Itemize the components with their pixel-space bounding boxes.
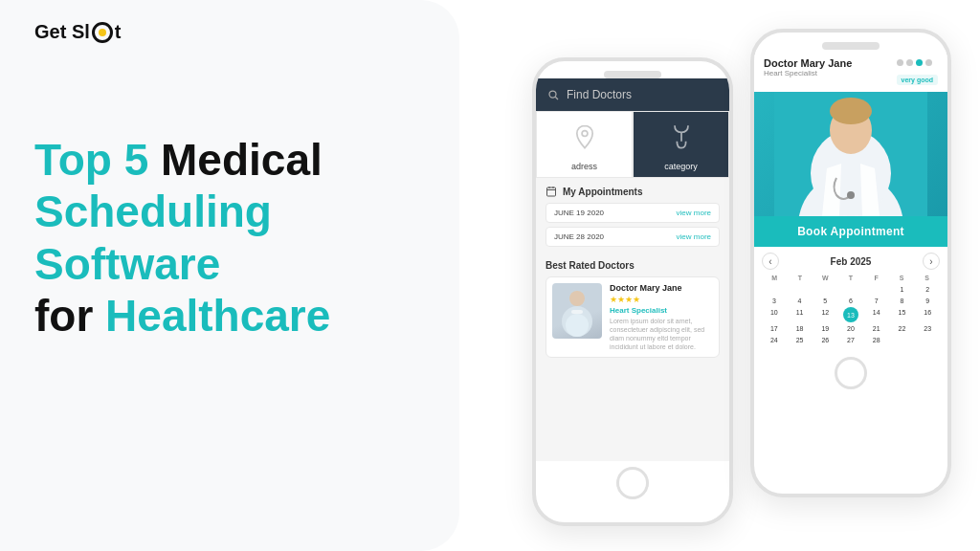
calendar-icon bbox=[546, 186, 557, 197]
logo-circle-inner bbox=[99, 29, 106, 36]
svg-point-9 bbox=[566, 314, 589, 337]
headline-for: for bbox=[34, 291, 105, 341]
search-text: Find Doctors bbox=[567, 88, 632, 101]
day-m: M bbox=[762, 275, 788, 281]
doctor-figure-svg bbox=[774, 92, 927, 216]
calendar-date bbox=[762, 284, 787, 295]
dot-3 bbox=[916, 59, 923, 66]
calendar-date[interactable]: 8 bbox=[890, 296, 915, 306]
doctor-stars: ★★★★ bbox=[610, 295, 713, 304]
logo-icon bbox=[92, 22, 113, 43]
calendar-month: Feb 2025 bbox=[831, 256, 872, 267]
book-appointment-button[interactable]: Book Appointment bbox=[754, 216, 947, 247]
calendar-date[interactable]: 1 bbox=[890, 284, 915, 295]
calendar-prev[interactable]: ‹ bbox=[762, 253, 779, 270]
appointments-section: My Appointments JUNE 19 2020 view more J… bbox=[536, 178, 729, 254]
day-t2: T bbox=[838, 275, 864, 281]
doctor-card[interactable]: Doctor Mary Jane ★★★★ Heart Specialist L… bbox=[546, 276, 720, 358]
appointments-header: My Appointments bbox=[546, 186, 720, 197]
calendar-date[interactable]: 20 bbox=[838, 323, 863, 334]
adress-icon bbox=[571, 123, 598, 156]
doctor-profile-header: Doctor Mary Jane Heart Specialist very g… bbox=[754, 50, 947, 92]
calendar-date bbox=[838, 284, 863, 295]
calendar-grid: M T W T F S S 12345678910111213141516171… bbox=[762, 275, 940, 345]
appt-date-1: JUNE 19 2020 bbox=[554, 209, 604, 217]
category-adress[interactable]: adress bbox=[536, 111, 633, 178]
svg-line-1 bbox=[555, 97, 558, 99]
dot-1 bbox=[897, 59, 903, 66]
svg-point-0 bbox=[549, 91, 556, 98]
calendar-date[interactable]: 16 bbox=[915, 307, 940, 322]
calendar-date[interactable]: 25 bbox=[788, 335, 813, 345]
calendar-date[interactable]: 27 bbox=[838, 335, 863, 345]
appointment-row-2[interactable]: JUNE 28 2020 view more bbox=[546, 227, 720, 247]
calendar-date[interactable]: 18 bbox=[788, 323, 813, 334]
day-s2: S bbox=[914, 275, 940, 281]
headline: Top 5 Medical Scheduling Software for He… bbox=[34, 134, 436, 342]
calendar-days-header: M T W T F S S bbox=[762, 275, 940, 281]
phone-1-notch bbox=[604, 71, 661, 78]
calendar-date[interactable]: 4 bbox=[788, 296, 813, 306]
logo-circle bbox=[92, 22, 113, 43]
calendar-date[interactable]: 2 bbox=[915, 284, 940, 295]
calendar-date[interactable]: 28 bbox=[864, 335, 889, 345]
phone-2-screen: Doctor Mary Jane Heart Specialist very g… bbox=[754, 50, 947, 351]
day-w: W bbox=[813, 275, 838, 281]
calendar-date[interactable]: 23 bbox=[915, 323, 940, 334]
logo-text-t: t bbox=[115, 21, 122, 43]
calendar-date[interactable]: 21 bbox=[864, 323, 889, 334]
appointments-title: My Appointments bbox=[563, 187, 643, 197]
calendar-date[interactable]: 19 bbox=[813, 323, 837, 334]
phone-1: Find Doctors adress bbox=[532, 57, 733, 526]
headline-healthcare: Healthcare bbox=[105, 291, 330, 341]
day-s1: S bbox=[889, 275, 915, 281]
calendar-date[interactable]: 3 bbox=[762, 296, 787, 306]
calendar-header: ‹ Feb 2025 › bbox=[762, 253, 940, 270]
doctor-profile-name: Doctor Mary Jane bbox=[764, 57, 852, 69]
calendar-next[interactable]: › bbox=[923, 253, 940, 270]
headline-scheduling: Scheduling Software bbox=[34, 187, 272, 288]
doctor-profile-dots bbox=[897, 59, 938, 66]
calendar-date bbox=[788, 284, 813, 295]
left-content: Top 5 Medical Scheduling Software for He… bbox=[34, 134, 436, 342]
calendar-date bbox=[915, 335, 940, 345]
phone-2-home-button[interactable] bbox=[835, 357, 867, 389]
doctor-photo-inner bbox=[552, 283, 602, 339]
search-icon bbox=[547, 89, 559, 100]
dot-4 bbox=[925, 59, 932, 66]
search-bar[interactable]: Find Doctors bbox=[536, 78, 729, 111]
calendar-date bbox=[813, 284, 837, 295]
doctor-name: Doctor Mary Jane bbox=[610, 283, 713, 293]
svg-point-16 bbox=[830, 98, 872, 124]
calendar-dates: 1234567891011121314151617181920212223242… bbox=[762, 284, 940, 345]
calendar-date[interactable]: 11 bbox=[788, 307, 813, 322]
calendar-date[interactable]: 14 bbox=[864, 307, 889, 322]
calendar-date bbox=[890, 335, 915, 345]
calendar-date[interactable]: 5 bbox=[813, 296, 837, 306]
view-more-1[interactable]: view more bbox=[677, 209, 711, 217]
category-row: adress category bbox=[536, 111, 729, 178]
svg-point-2 bbox=[582, 131, 588, 137]
calendar-date[interactable]: 22 bbox=[890, 323, 915, 334]
day-f: F bbox=[863, 275, 889, 281]
calendar-date[interactable]: 6 bbox=[838, 296, 863, 306]
logo: Get Sl t bbox=[34, 21, 121, 43]
calendar-date[interactable]: 12 bbox=[813, 307, 837, 322]
best-rated-title: Best Rated Doctors bbox=[546, 260, 720, 271]
appointment-row-1[interactable]: JUNE 19 2020 view more bbox=[546, 203, 720, 223]
svg-rect-3 bbox=[547, 187, 556, 196]
phone-1-home-button[interactable] bbox=[616, 467, 649, 499]
calendar-date[interactable]: 9 bbox=[915, 296, 940, 306]
calendar-date[interactable]: 26 bbox=[813, 335, 837, 345]
category-category[interactable]: category bbox=[633, 111, 729, 178]
calendar-date[interactable]: 10 bbox=[762, 307, 787, 322]
phone-2-notch bbox=[822, 42, 880, 50]
calendar-date[interactable]: 13 bbox=[843, 307, 858, 322]
calendar-date[interactable]: 7 bbox=[864, 296, 889, 306]
calendar-date[interactable]: 24 bbox=[762, 335, 787, 345]
calendar-date[interactable]: 15 bbox=[890, 307, 915, 322]
very-good-badge: very good bbox=[897, 75, 938, 85]
view-more-2[interactable]: view more bbox=[677, 232, 711, 241]
adress-label: adress bbox=[571, 162, 597, 171]
calendar-date[interactable]: 17 bbox=[762, 323, 787, 334]
